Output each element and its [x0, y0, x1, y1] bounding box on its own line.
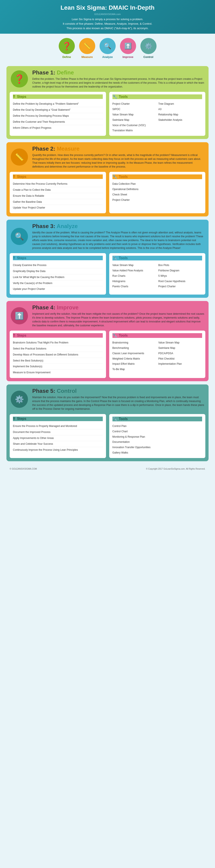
phase-5-tools-box: 🔧 Tools Control Plan Control Chart Monit… — [109, 414, 206, 458]
steps-label: Steps — [17, 256, 26, 260]
phase-2-tools-box: 🔧 Tools Data Collection Plan Operational… — [109, 172, 206, 213]
phase-5-tools-header: 🔧 Tools — [112, 416, 202, 421]
tool-item: Project Charter — [158, 284, 202, 289]
logo: GOLEANSIXSIGMA.com — [8, 13, 207, 16]
overview-measure: 📏 Measure — [79, 38, 95, 59]
list-item: Ensure the Process is Properly Managed a… — [13, 423, 103, 429]
phase-1-section: ❓ Phase 1: Define Define the problem. Th… — [6, 66, 209, 139]
tool-item: Root Cause Hypothesis — [158, 279, 202, 284]
phase-5-title-block: Phase 5: Control Maintain the solution. … — [32, 388, 204, 411]
tool-item: Value Stream Map — [158, 340, 202, 345]
tool-item: Fishbone Diagram — [158, 268, 202, 273]
phase-2-tools-col1: Data Collection Plan Operational Definit… — [112, 181, 202, 203]
phase-4-header: ⬆️ Phase 4: Improve Implement and verify… — [6, 301, 209, 331]
header-subtitle: Lean Six Sigma is simply a process for s… — [8, 17, 207, 30]
phase-3-description: Identify the cause of the problem. What … — [32, 230, 204, 250]
phase-3-tools-col2: Box Plots Fishbone Diagram 5 Whys Root C… — [158, 262, 202, 289]
phase-5-big-icon: ⚙️ — [11, 391, 28, 408]
phase-4-tools-header: 🔧 Tools — [112, 333, 202, 338]
analyze-icon: 🔍 — [100, 38, 116, 54]
list-item: Gather the Baseline Data — [13, 199, 103, 205]
phase-3-name: Analyze — [57, 223, 78, 229]
steps-icon: ‼️ — [13, 333, 15, 338]
tool-item: Tree Diagram — [158, 101, 202, 106]
phases-overview: ❓ Define 📏 Measure 🔍 Analyze ⬆️ Improve … — [0, 34, 215, 63]
phase-5-steps-box: ‼️ Steps Ensure the Process is Properly … — [10, 414, 106, 458]
phase-2-title-block: Phase 2: Measure Quantify the problem. H… — [32, 146, 204, 168]
phase-4-title-block: Phase 4: Improve Implement and verify th… — [32, 304, 204, 328]
analyze-label: Analyze — [102, 55, 113, 59]
phase-1-header: ❓ Phase 1: Define Define the problem. Th… — [6, 66, 209, 92]
measure-icon: 📏 — [79, 38, 95, 54]
control-label: Control — [143, 55, 153, 59]
tool-item: A3 — [158, 106, 202, 112]
phase-1-steps-list: Define the Problem by Developing a "Prob… — [13, 101, 103, 131]
phase-4-big-icon: ⬆️ — [11, 307, 28, 324]
phase-4-body: ‼️ Steps Brainstorm Solutions That Might… — [6, 331, 209, 381]
tools-icon: 🔧 — [112, 94, 117, 99]
phase-1-title: Phase 1: Define — [32, 69, 204, 76]
tool-item: Control Plan — [112, 424, 202, 429]
phase-4-name: Improve — [57, 304, 79, 311]
list-item: Graphically Display the Data — [13, 268, 103, 274]
phase-2-name: Measure — [57, 146, 80, 152]
overview-define: ❓ Define — [59, 38, 75, 59]
list-item: Document the Improved Process — [13, 429, 103, 435]
phase-2-tools-header: 🔧 Tools — [112, 175, 202, 179]
tool-item: Brainstorming — [112, 340, 156, 345]
tool-item: Pareto Charts — [112, 284, 156, 289]
tool-item: Documentation — [112, 439, 202, 445]
phase-4-section: ⬆️ Phase 4: Improve Implement and verify… — [6, 301, 209, 381]
tool-item: Run Charts — [112, 273, 156, 279]
phase-1-tools-box: 🔧 Tools Project Charter SIPOC Value Stre… — [109, 92, 206, 136]
phase-5-tools-columns: Control Plan Control Chart Monitoring & … — [112, 424, 202, 456]
improve-icon: ⬆️ — [120, 38, 136, 54]
phase-4-tools-col1: Brainstorming Benchmarking Classic Lean … — [112, 340, 156, 372]
tool-item: To-Be Map — [112, 367, 156, 372]
list-item: Define the Goal by Developing a "Goal St… — [13, 107, 103, 113]
phase-1-steps-header: ‼️ Steps — [13, 94, 103, 99]
page-header: Lean Six Sigma: DMAIC In-Depth GOLEANSIX… — [0, 0, 215, 34]
list-item: Apply Improvements to Other Areas — [13, 435, 103, 441]
phase-3-tools-header: 🔧 Tools — [112, 256, 202, 260]
define-icon: ❓ — [59, 38, 75, 54]
list-item: Select the Practical Solutions — [13, 346, 103, 352]
overview-control: ⚙️ Control — [140, 38, 157, 59]
list-item: Determine How the Process Currently Perf… — [13, 181, 103, 187]
phase-1-body: ‼️ Steps Define the Problem by Developin… — [6, 92, 209, 139]
tool-item: Operational Definitions — [112, 187, 202, 192]
phase-2-body: ‼️ Steps Determine How the Process Curre… — [6, 172, 209, 216]
phase-4-tools-box: 🔧 Tools Brainstorming Benchmarking Class… — [109, 331, 206, 378]
list-item: Ensure the Data is Reliable — [13, 193, 103, 199]
tool-item: Implementation Plan — [158, 361, 202, 367]
tool-item: Data Collection Plan — [112, 181, 202, 187]
steps-icon: ‼️ — [13, 256, 15, 260]
define-label: Define — [62, 55, 71, 59]
tools-label: Tools — [119, 417, 128, 421]
phase-5-title: Phase 5: Control — [32, 388, 204, 394]
steps-label: Steps — [17, 175, 26, 179]
list-item: Define the Customer and Their Requiremen… — [13, 119, 103, 125]
list-item: Measure to Ensure Improvement — [13, 370, 103, 375]
phase-5-steps-list: Ensure the Process is Properly Managed a… — [13, 423, 103, 453]
phase-1-tools-col2: Tree Diagram A3 Relationship Map Stakeho… — [158, 101, 202, 133]
phase-3-body: ‼️ Steps Closely Examine the Process Gra… — [6, 253, 209, 298]
tool-item: Translation Matrix — [112, 128, 156, 133]
phase-3-title: Phase 3: Analyze — [32, 223, 204, 229]
phase-4-description: Implement and verify the solution. How w… — [32, 312, 204, 328]
tool-item: Swimlane Map — [112, 117, 156, 123]
list-item: Continuously Improve the Process Using L… — [13, 447, 103, 453]
improve-label: Improve — [123, 55, 134, 59]
phase-2-header: 📏 Phase 2: Measure Quantify the problem.… — [6, 142, 209, 172]
control-icon: ⚙️ — [140, 38, 157, 54]
phase-2-section: 📏 Phase 2: Measure Quantify the problem.… — [6, 142, 209, 216]
list-item: Closely Examine the Process — [13, 262, 103, 268]
tool-item: SIPOC — [112, 106, 156, 112]
list-item: Brainstorm Solutions That Might Fix the … — [13, 340, 103, 346]
tool-item: Weighted Criteria Matrix — [112, 356, 156, 362]
tools-label: Tools — [119, 334, 128, 337]
phase-2-description: Quantify the problem. How does the proce… — [32, 153, 204, 168]
list-item: Update Your Project Charter — [13, 205, 103, 211]
phase-2-big-icon: 📏 — [11, 149, 28, 166]
list-item: Implement the Solution(s) — [13, 364, 103, 370]
